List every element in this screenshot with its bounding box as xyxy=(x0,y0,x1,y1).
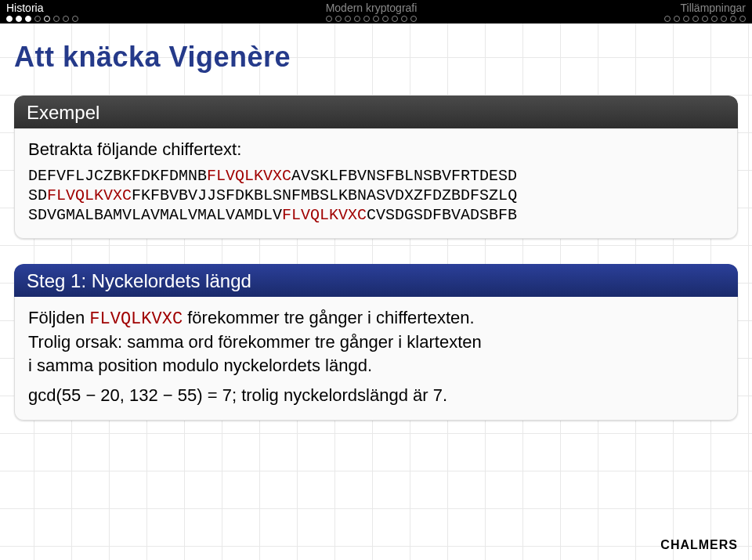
progress-dot xyxy=(702,16,708,22)
progress-dot xyxy=(6,16,13,22)
example-intro: Betrakta följande chiffertext: xyxy=(28,138,724,161)
progress-dot xyxy=(354,16,360,22)
step-sequence: FLVQLKVXC xyxy=(89,309,183,329)
progress-dot xyxy=(410,16,417,22)
step-body: Följden FLVQLKVXC förekommer tre gånger … xyxy=(14,297,738,421)
progress-dot xyxy=(25,16,31,22)
cipher-match: FLVQLKVXC xyxy=(207,167,291,185)
progress-dot xyxy=(683,16,689,22)
progress-dot xyxy=(692,16,699,22)
progress-dot xyxy=(34,16,41,22)
progress-dot xyxy=(363,16,370,22)
cipher-seg: SD xyxy=(28,186,47,204)
nav-progress-tillampningar xyxy=(664,16,746,22)
step-line-1b: förekommer tre gånger i chiffertexten. xyxy=(183,308,475,327)
nav-section-tillampningar[interactable]: Tillämpningar xyxy=(664,2,746,22)
progress-dot xyxy=(674,16,680,22)
cipher-match: FLVQLKVXC xyxy=(47,186,132,204)
page-title: Att knäcka Vigenère xyxy=(14,41,738,74)
nav-progress-modern xyxy=(326,16,417,22)
progress-dot xyxy=(739,16,746,22)
slide-content: Att knäcka Vigenère Exempel Betrakta föl… xyxy=(0,23,752,421)
footer-logo: CHALMERS xyxy=(660,538,738,552)
step-line-1: Följden FLVQLKVXC förekommer tre gånger … xyxy=(28,306,724,331)
step-block: Steg 1: Nyckelordets längd Följden FLVQL… xyxy=(14,264,738,421)
cipher-seg: CVSDGSDFBVADSBFB xyxy=(367,206,517,224)
nav-label-modern: Modern kryptografi xyxy=(326,2,418,14)
nav-bar: Historia Modern kryptografi Tillämpninga… xyxy=(0,0,752,23)
progress-dot xyxy=(326,16,332,22)
progress-dot xyxy=(72,16,78,22)
progress-dot xyxy=(373,16,379,22)
example-header: Exempel xyxy=(14,96,738,128)
nav-label-historia: Historia xyxy=(6,2,43,14)
progress-dot xyxy=(711,16,718,22)
step-header: Steg 1: Nyckelordets längd xyxy=(14,264,738,297)
progress-dot xyxy=(345,16,351,22)
cipher-seg: FKFBVBVJJSFDKBLSNFMBSLKBNASVDXZFDZBDFSZL… xyxy=(132,186,517,204)
cipher-seg: AVSKLFBVNSFBLNSBVFRTDESD xyxy=(291,167,517,185)
step-line-3: i samma position modulo nyckelordets län… xyxy=(28,354,724,378)
progress-dot xyxy=(721,16,727,22)
ciphertext: DEFVFLJCZBKFDKFDMNBFLVQLKVXCAVSKLFBVNSFB… xyxy=(28,166,724,225)
nav-section-modern[interactable]: Modern kryptografi xyxy=(326,2,418,22)
progress-dot xyxy=(730,16,736,22)
nav-label-tillampningar: Tillämpningar xyxy=(680,2,746,14)
progress-dot xyxy=(401,16,407,22)
nav-section-historia[interactable]: Historia xyxy=(6,2,78,22)
progress-dot xyxy=(664,16,671,22)
progress-dot xyxy=(335,16,342,22)
progress-dot xyxy=(392,16,398,22)
nav-progress-historia xyxy=(6,16,78,22)
step-line-2: Trolig orsak: samma ord förekommer tre g… xyxy=(28,331,724,354)
cipher-seg: SDVGMALBAMVLAVMALVMALVAMDLV xyxy=(28,206,282,224)
example-body: Betrakta följande chiffertext: DEFVFLJCZ… xyxy=(14,128,738,239)
step-line-4: gcd(55 − 20, 132 − 55) = 7; trolig nycke… xyxy=(28,384,724,407)
progress-dot xyxy=(63,16,69,22)
cipher-match: FLVQLKVXC xyxy=(282,206,367,224)
progress-dot xyxy=(382,16,389,22)
progress-dot xyxy=(16,16,22,22)
progress-dot xyxy=(53,16,60,22)
cipher-seg: DEFVFLJCZBKFDKFDMNB xyxy=(28,167,207,185)
step-line-1a: Följden xyxy=(28,308,89,327)
example-block: Exempel Betrakta följande chiffertext: D… xyxy=(14,96,738,239)
progress-dot xyxy=(44,16,50,22)
